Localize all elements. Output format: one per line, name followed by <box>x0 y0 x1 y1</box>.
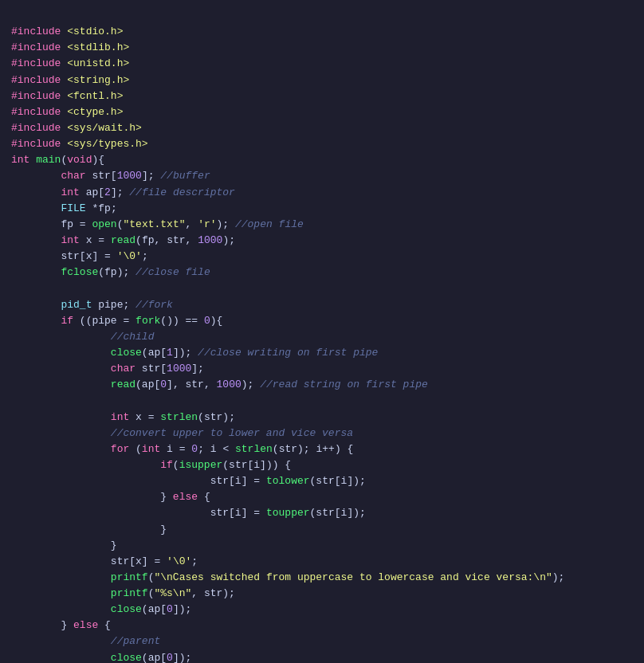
code-editor: #include <stdio.h> #include <stdlib.h> #… <box>11 8 633 663</box>
